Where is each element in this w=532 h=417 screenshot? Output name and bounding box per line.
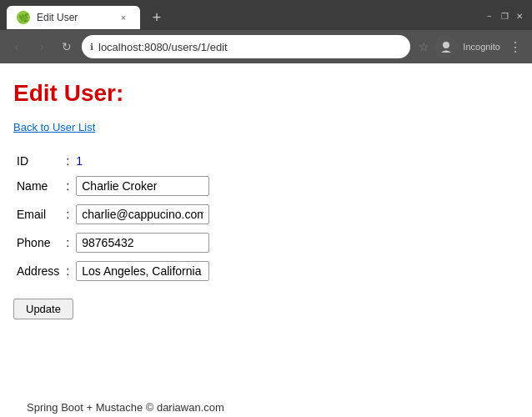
id-label: ID — [13, 150, 63, 172]
profile-button[interactable] — [434, 35, 458, 58]
incognito-icon — [439, 40, 453, 53]
email-input[interactable] — [76, 204, 209, 224]
active-tab[interactable]: 🌿 Edit User × — [7, 6, 140, 29]
window-controls: − ❐ ✕ — [484, 10, 525, 22]
svg-point-0 — [443, 42, 449, 48]
back-to-user-list-link[interactable]: Back to User List — [13, 121, 95, 133]
address-input[interactable] — [76, 261, 209, 281]
profile-label: Incognito — [463, 42, 500, 52]
name-label: Name — [13, 172, 63, 200]
table-row: Name : — [13, 172, 213, 200]
browser-window: 🌿 Edit User × + − ❐ ✕ ‹ › ↻ ℹ localhost:… — [0, 0, 532, 417]
table-row: Address : — [13, 257, 213, 285]
tab-close-button[interactable]: × — [117, 11, 130, 24]
phone-label: Phone — [13, 229, 63, 257]
phone-colon: : — [63, 229, 73, 257]
phone-input[interactable] — [76, 233, 209, 253]
table-row: Phone : — [13, 229, 213, 257]
email-colon: : — [63, 200, 73, 229]
id-colon: : — [63, 150, 73, 172]
table-row: ID : 1 — [13, 150, 213, 172]
email-field-cell — [73, 200, 213, 229]
refresh-button[interactable]: ↻ — [57, 37, 77, 57]
bookmark-icon[interactable]: ☆ — [419, 40, 429, 53]
restore-button[interactable]: ❐ — [499, 10, 510, 22]
tab-title: Edit User — [37, 12, 110, 23]
footer-text: Spring Boot + Mustache © dariawan.com — [27, 401, 224, 414]
tab-favicon: 🌿 — [17, 11, 30, 24]
close-button[interactable]: ✕ — [514, 10, 525, 22]
update-button[interactable]: Update — [13, 299, 73, 319]
email-label: Email — [13, 200, 63, 229]
footer: Spring Boot + Mustache © dariawan.com — [27, 401, 224, 414]
new-tab-button[interactable]: + — [147, 8, 167, 28]
page-title: Edit User: — [13, 80, 519, 107]
address-label: Address — [13, 257, 63, 285]
back-button[interactable]: ‹ — [7, 37, 27, 57]
address-input-wrap[interactable]: ℹ localhost:8080/users/1/edit — [82, 35, 410, 58]
form-table: ID : 1 Name : Email : — [13, 150, 213, 285]
menu-button[interactable]: ⋮ — [505, 38, 525, 57]
forward-button[interactable]: › — [32, 37, 52, 57]
phone-field-cell — [73, 229, 213, 257]
page-content: Edit User: Back to User List ID : 1 Name… — [0, 63, 532, 417]
address-colon: : — [63, 257, 73, 285]
name-input[interactable] — [76, 176, 209, 196]
lock-icon: ℹ — [90, 42, 93, 53]
tab-bar: 🌿 Edit User × + − ❐ ✕ — [0, 0, 532, 30]
page-wrapper: Edit User: Back to User List ID : 1 Name… — [13, 80, 519, 417]
address-bar: ‹ › ↻ ℹ localhost:8080/users/1/edit ☆ In… — [0, 30, 532, 63]
table-row: Email : — [13, 200, 213, 229]
name-colon: : — [63, 172, 73, 200]
id-value: 1 — [73, 150, 213, 172]
address-field-cell — [73, 257, 213, 285]
url-text: localhost:8080/users/1/edit — [98, 41, 402, 53]
minimize-button[interactable]: − — [484, 10, 495, 22]
name-field-cell — [73, 172, 213, 200]
